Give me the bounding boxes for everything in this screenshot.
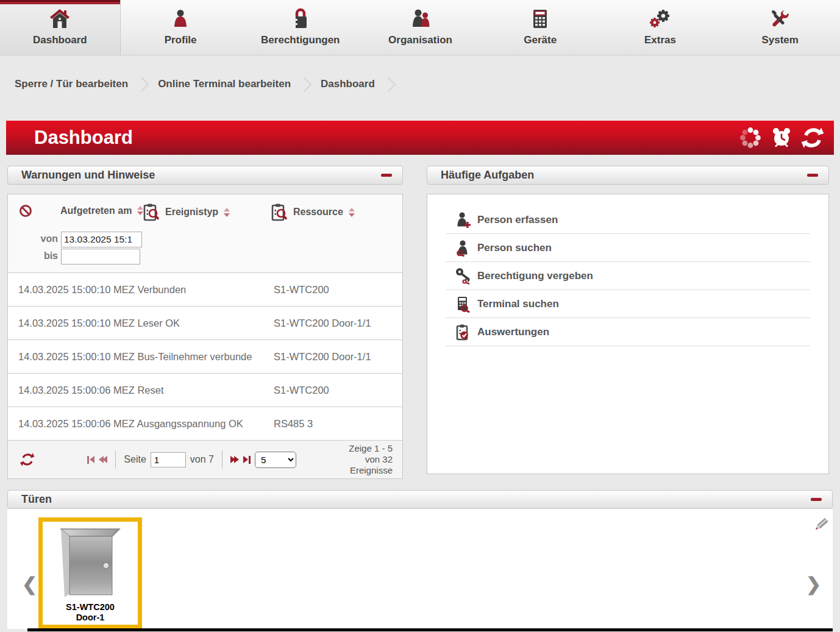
chevron-right-icon [135,77,149,91]
main-navigation: Dashboard Profile Berechtigungen Organis… [0,0,840,55]
warnings-filter: Aufgetreten am Ereignistyp [8,194,402,273]
column-label: Aufgetreten am [60,205,132,216]
event-row: 14.03.2025 15:00:10 MEZ Verbunden S1-WTC… [8,273,402,307]
column-label: Ereignistyp [165,207,218,218]
event-time: 14.03.2025 15:00:10 MEZ [18,351,135,362]
column-header-ereignistyp[interactable]: Ereignistyp [143,203,230,221]
nav-label: Dashboard [33,34,87,46]
breadcrumb-item[interactable]: Dashboard [321,78,375,90]
page-number-input[interactable] [151,452,186,467]
nav-label: System [761,34,798,46]
event-type: Reset [137,385,163,396]
door-card[interactable]: S1-WTC200 Door-1 [38,517,142,629]
edit-pencil-icon[interactable] [813,516,828,533]
event-row: 14.03.2025 15:00:10 MEZ Leser OK S1-WTC2… [8,307,402,340]
tasks-panel: Person erfassen Person suchen Berechtigu… [427,194,829,474]
nav-label: Berechtigungen [261,34,340,46]
event-resource: RS485 3 [274,418,313,430]
tab-system[interactable]: System [720,0,840,55]
tab-organisation[interactable]: Organisation [360,0,480,55]
task-label: Terminal suchen [477,298,559,310]
von-date-input[interactable] [61,232,142,247]
clipboard-search-icon [143,203,160,221]
person-add-icon [455,211,472,229]
home-icon [49,8,71,30]
event-row: 14.03.2025 15:00:06 MEZ Ausgangsspannung… [8,407,402,441]
task-label: Auswertungen [477,326,549,338]
alarm-clock-icon[interactable] [770,126,793,149]
tab-extras[interactable]: Extras [600,0,721,55]
tools-icon [769,8,791,30]
first-page-button[interactable] [87,456,94,464]
next-page-button[interactable] [230,456,239,463]
warnings-panel-header: Warnungen und Hinweise [7,166,403,185]
column-header-aufgetreten[interactable]: Aufgetreten am [60,203,143,218]
event-type: Leser OK [137,318,180,328]
event-row: 14.03.2025 15:00:10 MEZ Bus-Teilnehmer v… [8,340,402,374]
viewport-bottom-edge [27,628,833,631]
task-label: Berechtigung vergeben [477,270,593,282]
seite-label: Seite [124,454,146,465]
breadcrumb-item[interactable]: Online Terminal bearbeiten [158,78,291,90]
terminal-search-icon [455,296,472,313]
tab-profile[interactable]: Profile [121,0,241,55]
column-label: Ressource [293,207,343,218]
nav-label: Organisation [388,34,452,46]
tasks-panel-header: Häufige Aufgaben [427,166,829,185]
event-type: Ausgangsspannung OK [137,418,243,429]
event-row: 14.03.2025 15:00:06 MEZ Reset S1-WTC200 [8,374,402,407]
person-search-icon [455,240,472,257]
bis-date-input[interactable] [61,249,140,265]
event-resource: S1-WTC200 [274,385,329,396]
carousel-left-icon[interactable]: ❮ [22,577,37,592]
sort-icon [349,205,355,220]
task-auswertungen[interactable]: Auswertungen [446,318,810,346]
nav-label: Profile [165,34,197,46]
chevron-right-icon [297,77,312,91]
task-berechtigung-vergeben[interactable]: Berechtigung vergeben [446,262,810,290]
page-title: Dashboard [34,127,133,149]
sort-icon [137,203,143,218]
event-time: 14.03.2025 15:00:06 MEZ [18,385,135,396]
breadcrumb-item[interactable]: Sperre / Tür bearbeiten [15,78,128,90]
sort-icon [224,205,230,220]
pagination-bar: Seite von 7 5 Zeige 1 - 5 von 32 Ereigni… [8,441,402,478]
tab-dashboard[interactable]: Dashboard [0,0,121,55]
event-time: 14.03.2025 15:00:10 MEZ [18,284,135,295]
lock-icon [290,8,311,30]
door-image [56,525,124,600]
column-header-ressource[interactable]: Ressource [271,203,355,221]
event-resource: S1-WTC200 Door-1/1 [274,351,371,363]
refresh-icon[interactable] [801,126,824,149]
report-check-icon [455,324,472,341]
gears-icon [649,8,671,30]
task-terminal-suchen[interactable]: Terminal suchen [446,290,810,318]
collapse-icon[interactable] [807,174,818,177]
key-icon [455,268,472,285]
event-time: 14.03.2025 15:00:10 MEZ [18,318,135,328]
task-person-suchen[interactable]: Person suchen [446,234,810,262]
last-page-button[interactable] [243,456,251,464]
clipboard-search-icon [271,203,288,221]
reload-events-icon[interactable] [20,452,35,467]
tab-geraete[interactable]: Geräte [480,0,600,55]
nav-label: Extras [644,34,676,46]
event-type: Verbunden [137,284,186,295]
warnings-panel-title: Warnungen und Hinweise [21,169,155,182]
tasks-panel-title: Häufige Aufgaben [441,169,534,182]
door-label: S1-WTC200 Door-1 [66,602,115,623]
no-entry-icon [19,204,32,218]
chevron-right-icon [381,77,396,91]
task-label: Person erfassen [477,214,558,226]
task-label: Person suchen [477,242,552,254]
previous-page-button[interactable] [99,456,107,463]
collapse-icon[interactable] [381,174,392,177]
von-label: von [40,233,58,244]
page-size-select[interactable]: 5 [255,452,296,468]
doors-panel-title: Türen [21,493,52,506]
task-person-erfassen[interactable]: Person erfassen [446,206,810,234]
carousel-right-icon[interactable]: ❯ [806,577,821,592]
loading-spinner-icon [739,126,762,149]
tab-berechtigungen[interactable]: Berechtigungen [240,0,360,55]
collapse-icon[interactable] [811,498,822,501]
